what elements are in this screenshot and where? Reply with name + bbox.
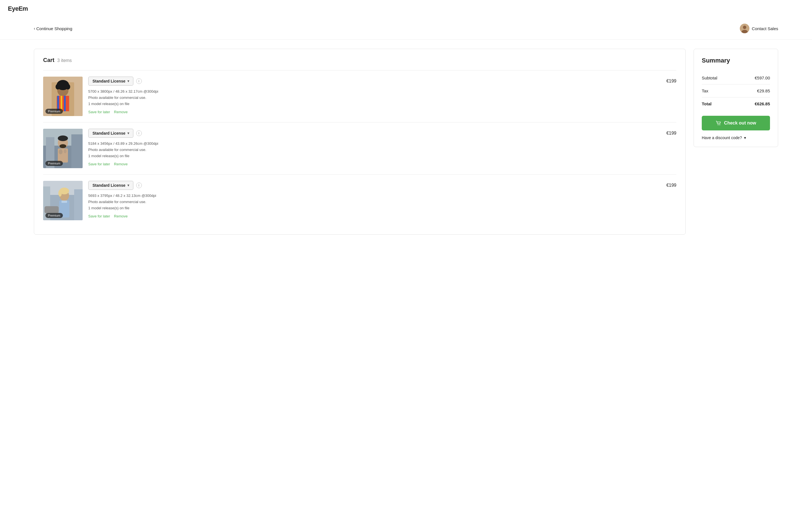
continue-shopping-label: Continue Shopping (36, 26, 72, 31)
premium-badge: Premium (45, 213, 63, 218)
save-for-later-link[interactable]: Save for later (88, 214, 110, 218)
app-header: EyeEm (0, 0, 812, 17)
item-details: Standard License ▾ i €199 5700 x 3800px … (88, 76, 676, 114)
svg-rect-33 (61, 201, 67, 203)
continue-shopping-link[interactable]: ‹ Continue Shopping (34, 26, 72, 31)
license-dropdown[interactable]: Standard License ▾ (88, 129, 133, 138)
license-row: Standard License ▾ i €199 (88, 181, 676, 190)
item-image-wrap: Premium (43, 181, 83, 220)
premium-badge: Premium (45, 109, 63, 114)
total-row: Total €626.85 (702, 98, 770, 110)
save-for-later-link[interactable]: Save for later (88, 162, 110, 166)
subtotal-value: €597.00 (755, 75, 770, 80)
info-icon[interactable]: i (136, 130, 142, 136)
item-price: €199 (666, 183, 676, 188)
license-label: Standard License (93, 131, 125, 135)
total-label: Total (702, 101, 712, 106)
cart-item: Premium Standard License ▾ i €199 5700 x… (43, 70, 676, 122)
item-actions: Save for later Remove (88, 110, 676, 114)
subtotal-row: Subtotal €597.00 (702, 71, 770, 84)
license-row: Standard License ▾ i €199 (88, 129, 676, 138)
tax-value: €29.85 (757, 89, 770, 93)
cart-icon (716, 120, 721, 126)
svg-rect-12 (64, 96, 66, 111)
total-value: €626.85 (755, 101, 770, 106)
cart-title: Cart 3 items (43, 57, 676, 63)
license-label: Standard License (93, 183, 125, 187)
svg-point-20 (59, 144, 66, 148)
checkout-button[interactable]: Check out now (702, 116, 770, 130)
remove-link[interactable]: Remove (114, 162, 128, 166)
license-dropdown[interactable]: Standard License ▾ (88, 76, 133, 86)
item-details: Standard License ▾ i €199 5693 x 3795px … (88, 181, 676, 218)
svg-point-34 (718, 124, 719, 125)
cart-title-text: Cart (43, 57, 54, 63)
discount-label: Have a discount code? (702, 135, 742, 140)
svg-rect-27 (74, 189, 83, 220)
dropdown-arrow-icon: ▾ (128, 79, 129, 83)
license-label: Standard License (93, 79, 125, 83)
item-specs: 5184 x 3456px / 43.89 x 29.26cm @300dpi … (88, 140, 676, 159)
summary-title: Summary (702, 57, 770, 64)
cart-item-count: 3 items (56, 58, 72, 63)
svg-point-22 (59, 149, 63, 154)
svg-point-7 (56, 84, 60, 90)
cart-item: Premium Standard License ▾ i €199 5184 x… (43, 122, 676, 174)
main-content: Cart 3 items (0, 40, 812, 244)
chevron-left-icon: ‹ (34, 26, 35, 31)
remove-link[interactable]: Remove (114, 110, 128, 114)
app-logo: EyeEm (8, 5, 804, 12)
svg-rect-28 (45, 206, 59, 213)
svg-point-23 (64, 149, 66, 153)
checkout-label: Check out now (724, 121, 756, 126)
item-image-wrap: Premium (43, 76, 83, 116)
svg-point-19 (58, 135, 68, 141)
contact-sales-button[interactable]: Contact Sales (740, 24, 778, 33)
summary-section: Summary Subtotal €597.00 Tax €29.85 Tota… (694, 49, 778, 147)
contact-sales-label: Contact Sales (752, 26, 778, 31)
item-price: €199 (666, 78, 676, 83)
discount-chevron-icon: ▾ (744, 135, 746, 140)
save-for-later-link[interactable]: Save for later (88, 110, 110, 114)
dropdown-arrow-icon: ▾ (128, 131, 129, 135)
dropdown-arrow-icon: ▾ (128, 183, 129, 187)
svg-point-31 (58, 190, 62, 196)
item-details: Standard License ▾ i €199 5184 x 3456px … (88, 129, 676, 166)
svg-point-8 (66, 84, 70, 90)
item-actions: Save for later Remove (88, 214, 676, 218)
svg-point-35 (719, 124, 720, 125)
cart-section: Cart 3 items (34, 49, 686, 235)
item-actions: Save for later Remove (88, 162, 676, 166)
tax-label: Tax (702, 89, 708, 93)
premium-badge: Premium (45, 161, 63, 166)
nav-bar: ‹ Continue Shopping Contact Sales (0, 17, 812, 40)
item-image-wrap: Premium (43, 129, 83, 168)
subtotal-label: Subtotal (702, 75, 717, 80)
item-price: €199 (666, 131, 676, 136)
tax-row: Tax €29.85 (702, 84, 770, 98)
license-row: Standard License ▾ i €199 (88, 76, 676, 86)
avatar (740, 24, 749, 33)
svg-rect-17 (71, 134, 83, 168)
remove-link[interactable]: Remove (114, 214, 128, 218)
svg-rect-13 (67, 96, 69, 111)
info-icon[interactable]: i (136, 182, 142, 188)
item-specs: 5693 x 3795px / 48.2 x 32.13cm @300dpi P… (88, 193, 676, 211)
item-specs: 5700 x 3800px / 48.26 x 32.17cm @300dpi … (88, 89, 676, 107)
info-icon[interactable]: i (136, 78, 142, 84)
discount-code-row[interactable]: Have a discount code? ▾ (702, 135, 770, 140)
license-dropdown[interactable]: Standard License ▾ (88, 181, 133, 190)
cart-item: Premium Standard License ▾ i €199 5693 x… (43, 174, 676, 226)
svg-point-1 (743, 25, 746, 29)
